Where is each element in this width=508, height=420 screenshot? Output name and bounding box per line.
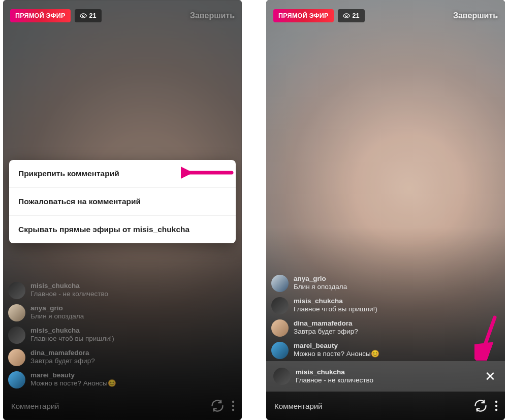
comment-user: anya_grio bbox=[294, 275, 347, 282]
svg-point-2 bbox=[232, 405, 234, 407]
comment[interactable]: misis_chukchaГлавное чтоб вы пришли!) bbox=[8, 327, 237, 344]
comment[interactable]: anya_grioБлин я опоздала bbox=[271, 275, 500, 292]
comment-feed: anya_grioБлин я опоздала misis_chukchaГл… bbox=[271, 275, 500, 359]
avatar bbox=[8, 371, 25, 389]
svg-point-8 bbox=[495, 409, 497, 411]
switch-camera-icon[interactable] bbox=[473, 399, 488, 413]
viewer-count: 21 bbox=[353, 12, 360, 19]
comment-feed: misis_chukchaГлавное - не количество any… bbox=[8, 282, 237, 389]
topbar: ПРЯМОЙ ЭФИР 21 Завершить bbox=[10, 9, 235, 22]
topbar: ПРЯМОЙ ЭФИР 21 Завершить bbox=[273, 9, 498, 22]
avatar bbox=[8, 327, 25, 344]
end-live-button[interactable]: Завершить bbox=[190, 11, 235, 20]
comment-text: Блин я опоздала bbox=[30, 312, 84, 321]
unpin-close-icon[interactable]: ✕ bbox=[483, 370, 498, 383]
svg-point-1 bbox=[232, 401, 234, 403]
action-hide-live[interactable]: Скрывать прямые эфиры от misis_chukcha bbox=[9, 216, 236, 243]
avatar bbox=[271, 297, 289, 314]
viewer-count-badge[interactable]: 21 bbox=[338, 9, 365, 22]
comment-text: Главное чтоб вы пришли!) bbox=[294, 305, 377, 314]
comment-input[interactable]: Комментарий bbox=[11, 402, 210, 410]
action-report-comment[interactable]: Пожаловаться на комментарий bbox=[9, 188, 236, 216]
comment-user: misis_chukcha bbox=[30, 282, 108, 289]
more-options-icon[interactable] bbox=[232, 400, 235, 411]
live-badge: ПРЯМОЙ ЭФИР bbox=[273, 9, 334, 22]
viewer-count-badge[interactable]: 21 bbox=[75, 9, 102, 22]
live-badge: ПРЯМОЙ ЭФИР bbox=[10, 9, 71, 22]
comment-user: misis_chukcha bbox=[294, 297, 377, 305]
avatar bbox=[8, 349, 25, 366]
avatar bbox=[271, 275, 289, 292]
viewer-count: 21 bbox=[89, 12, 97, 19]
comment-user: anya_grio bbox=[30, 304, 84, 312]
comment-user: dina_mamafedora bbox=[294, 319, 358, 327]
comment-text: Можно в посте? Анонсы😊 bbox=[294, 350, 379, 359]
svg-point-7 bbox=[495, 405, 497, 407]
comment[interactable]: misis_chukchaГлавное чтоб вы пришли!) bbox=[271, 297, 500, 314]
comment-text: Завтра будет эфир? bbox=[294, 328, 358, 336]
comment[interactable]: dina_mamafedoraЗавтра будет эфир? bbox=[8, 349, 237, 366]
comment[interactable]: marei_beautyМожно в посте? Анонсы😊 bbox=[8, 371, 237, 389]
svg-point-0 bbox=[82, 15, 84, 17]
comment[interactable]: marei_beautyМожно в посте? Анонсы😊 bbox=[271, 342, 500, 359]
comment-text: Главное чтоб вы пришли!) bbox=[30, 335, 114, 343]
comment[interactable]: misis_chukchaГлавное - не количество bbox=[8, 282, 237, 299]
avatar bbox=[8, 282, 25, 299]
pinned-comment-bar[interactable]: misis_chukcha Главное - не количество ✕ bbox=[266, 361, 505, 392]
pinned-user: misis_chukcha bbox=[296, 368, 373, 376]
comment-text: Главное - не количество bbox=[30, 290, 108, 299]
comment[interactable]: anya_grioБлин я опоздала bbox=[8, 304, 237, 321]
avatar bbox=[271, 319, 289, 337]
annotation-arrow-icon bbox=[181, 163, 237, 185]
comment-user: misis_chukcha bbox=[30, 327, 114, 334]
live-screen-with-action-sheet: ПРЯМОЙ ЭФИР 21 Завершить misis_chukchaГл… bbox=[3, 0, 242, 420]
svg-line-9 bbox=[482, 317, 495, 353]
annotation-arrow-icon bbox=[474, 315, 505, 363]
switch-camera-icon[interactable] bbox=[210, 399, 225, 413]
pinned-text: Главное - не количество bbox=[296, 376, 373, 385]
svg-point-6 bbox=[495, 401, 497, 403]
end-live-button[interactable]: Завершить bbox=[453, 11, 498, 20]
comment[interactable]: dina_mamafedoraЗавтра будет эфир? bbox=[271, 319, 500, 337]
svg-point-5 bbox=[345, 15, 347, 17]
avatar bbox=[273, 368, 291, 385]
svg-point-3 bbox=[232, 409, 234, 411]
comment-text: Блин я опоздала bbox=[294, 283, 347, 292]
avatar bbox=[271, 342, 289, 359]
comment-text: Завтра будет эфир? bbox=[30, 357, 95, 366]
live-screen-with-pinned-comment: ПРЯМОЙ ЭФИР 21 Завершить anya_grioБлин я… bbox=[266, 0, 505, 420]
comment-user: marei_beauty bbox=[294, 342, 379, 349]
comment-text: Можно в посте? Анонсы😊 bbox=[30, 379, 116, 388]
eye-icon bbox=[343, 12, 350, 19]
eye-icon bbox=[80, 12, 87, 19]
more-options-icon[interactable] bbox=[495, 400, 498, 411]
comment-input-bar: Комментарий bbox=[266, 392, 505, 420]
comment-input-bar: Комментарий bbox=[3, 392, 242, 420]
comment-user: dina_mamafedora bbox=[30, 349, 95, 357]
avatar bbox=[8, 304, 25, 321]
comment-input[interactable]: Комментарий bbox=[274, 402, 473, 410]
comment-user: marei_beauty bbox=[30, 371, 116, 379]
